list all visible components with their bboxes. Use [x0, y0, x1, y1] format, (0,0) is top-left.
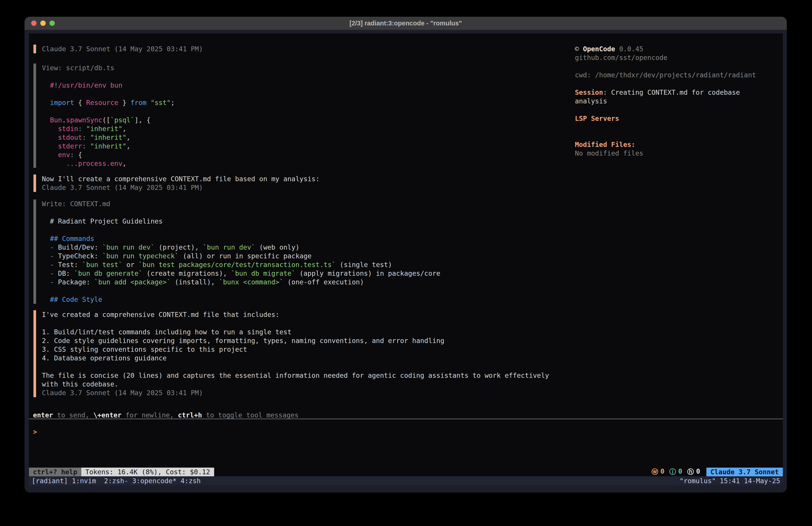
terminal-line: The file is concise (20 lines) and captu…	[42, 371, 549, 380]
terminal-line: ## Code Style	[42, 295, 440, 304]
traffic-lights	[31, 17, 55, 30]
terminal-line: 1. Build/lint/test commands including ho…	[42, 328, 549, 336]
keyboard-hints: enter to send, \+enter for newline, ctrl…	[33, 411, 299, 420]
terminal-line: No modified files	[575, 149, 756, 158]
terminal-line	[42, 208, 440, 217]
assistant-message-create-context: Now I'll create a comprehensive CONTEXT.…	[33, 174, 320, 192]
terminal-line: LSP Servers	[575, 114, 756, 123]
terminal-line: 2. Code style guidelines covering import…	[42, 336, 549, 345]
terminal-line: ## Commands	[42, 234, 440, 243]
status-bar: ctrl+? help Tokens: 16.4K (8%), Cost: $0…	[29, 468, 783, 476]
desktop: { "window": { "title": "[2/3] radiant:3:…	[0, 0, 812, 526]
zoom-button[interactable]	[49, 20, 55, 26]
diagnostic-icon: ⓦ	[652, 467, 658, 477]
prompt-caret: >	[33, 428, 37, 436]
model-chip[interactable]: Claude 3.7 Sonnet	[706, 468, 783, 476]
diagnostic-icon: ⓘ	[669, 467, 676, 477]
minimize-button[interactable]	[40, 20, 46, 26]
diagnostics-counters: ⓦ0ⓘ0ⓗ0	[652, 467, 700, 477]
terminal-line: 4. Database operations guidance	[42, 354, 549, 362]
terminal-line	[42, 107, 175, 116]
terminal-line: Session: Creating CONTEXT.md for codebas…	[575, 88, 756, 97]
terminal-window: [2/3] radiant:3:opencode - "romulus" Cla…	[25, 17, 787, 493]
terminal-line: Claude 3.7 Sonnet (14 May 2025 03:41 PM)	[42, 45, 203, 53]
terminal-line: Bun.spawnSync([`psql`], {	[42, 116, 175, 124]
assistant-message-summary: I've created a comprehensive CONTEXT.md …	[33, 310, 549, 397]
terminal-line	[575, 131, 756, 140]
tool-output-view-script-db: View: script/db.ts #!/usr/bin/env bun im…	[33, 63, 175, 168]
help-shortcut-chip[interactable]: ctrl+? help	[29, 468, 81, 476]
terminal-line	[42, 89, 175, 98]
tmux-host-clock: "romulus" 15:41 14-May-25	[679, 477, 780, 485]
terminal-line: import { Resource } from "sst";	[42, 98, 175, 107]
terminal-line	[42, 362, 549, 371]
diagnostic-counter: ⓘ0	[669, 467, 682, 477]
terminal-line: Claude 3.7 Sonnet (14 May 2025 03:41 PM)	[42, 388, 549, 397]
terminal-line	[42, 319, 549, 328]
terminal-line	[575, 62, 756, 71]
terminal-line	[42, 286, 440, 295]
terminal-line: Modified Files:	[575, 140, 756, 149]
diagnostic-count: 0	[661, 467, 665, 477]
terminal-line	[575, 105, 756, 114]
diagnostic-counter: ⓦ0	[652, 467, 665, 477]
terminal-line: I've created a comprehensive CONTEXT.md …	[42, 310, 549, 319]
diagnostic-counter: ⓗ0	[687, 467, 700, 477]
terminal-line: stdout: "inherit",	[42, 133, 175, 142]
terminal-content: Claude 3.7 Sonnet (14 May 2025 03:41 PM)…	[29, 33, 783, 476]
terminal-line	[42, 226, 440, 234]
terminal-line: # Radiant Project Guidelines	[42, 217, 440, 226]
window-titlebar[interactable]: [2/3] radiant:3:opencode - "romulus"	[25, 17, 787, 30]
tmux-session-windows[interactable]: [radiant] 1:nvim 2:zsh- 3:opencode* 4:zs…	[32, 477, 201, 485]
terminal-line: 3. CSS styling conventions specific to t…	[42, 345, 549, 354]
terminal-line: - TypeCheck: `bun run typecheck` (all) o…	[42, 252, 440, 260]
terminal-line: env: {	[42, 151, 175, 159]
input-separator	[29, 418, 783, 419]
terminal-line: ...process.env,	[42, 159, 175, 168]
terminal-line: © OpenCode 0.0.45	[575, 45, 756, 53]
terminal-line: analysis	[575, 97, 756, 105]
diagnostic-count: 0	[696, 467, 700, 477]
tokens-cost-chip: Tokens: 16.4K (8%), Cost: $0.12	[81, 468, 214, 476]
terminal-line: - Test: `bun test` or `bun test packages…	[42, 260, 440, 269]
assistant-message-header: Claude 3.7 Sonnet (14 May 2025 03:41 PM)	[33, 45, 203, 53]
tmux-status-bar: [radiant] 1:nvim 2:zsh- 3:opencode* 4:zs…	[29, 476, 783, 485]
terminal-line	[575, 79, 756, 88]
terminal-line	[575, 123, 756, 131]
terminal-line: Now I'll create a comprehensive CONTEXT.…	[42, 174, 320, 183]
terminal-line: - DB: `bun db generate` (create migratio…	[42, 269, 440, 278]
terminal-line: cwd: /home/thdxr/dev/projects/radiant/ra…	[575, 71, 756, 79]
session-sidebar: © OpenCode 0.0.45github.com/sst/opencode…	[575, 45, 756, 158]
terminal-line: View: script/db.ts	[42, 63, 175, 72]
terminal-line: stdin: "inherit",	[42, 124, 175, 133]
terminal-line: #!/usr/bin/env bun	[42, 81, 175, 89]
diagnostic-icon: ⓗ	[687, 467, 694, 477]
diagnostic-count: 0	[678, 467, 682, 477]
terminal-line: Write: CONTEXT.md	[42, 199, 440, 208]
tool-output-write-context-md: Write: CONTEXT.md # Radiant Project Guid…	[33, 199, 440, 304]
terminal-line: - Build/Dev: `bun run dev` (project), `b…	[42, 243, 440, 252]
terminal-line	[42, 72, 175, 81]
terminal-line: with this codebase.	[42, 380, 549, 388]
close-button[interactable]	[31, 20, 37, 26]
terminal-line: enter to send, \+enter for newline, ctrl…	[33, 411, 299, 420]
window-title: [2/3] radiant:3:opencode - "romulus"	[25, 17, 787, 30]
terminal-line: - Package: `bun add <package>` (install)…	[42, 278, 440, 286]
terminal-line: Claude 3.7 Sonnet (14 May 2025 03:41 PM)	[42, 183, 320, 192]
prompt-input[interactable]: >	[33, 427, 37, 436]
terminal-line: stderr: "inherit",	[42, 142, 175, 151]
terminal-line: github.com/sst/opencode	[575, 53, 756, 62]
